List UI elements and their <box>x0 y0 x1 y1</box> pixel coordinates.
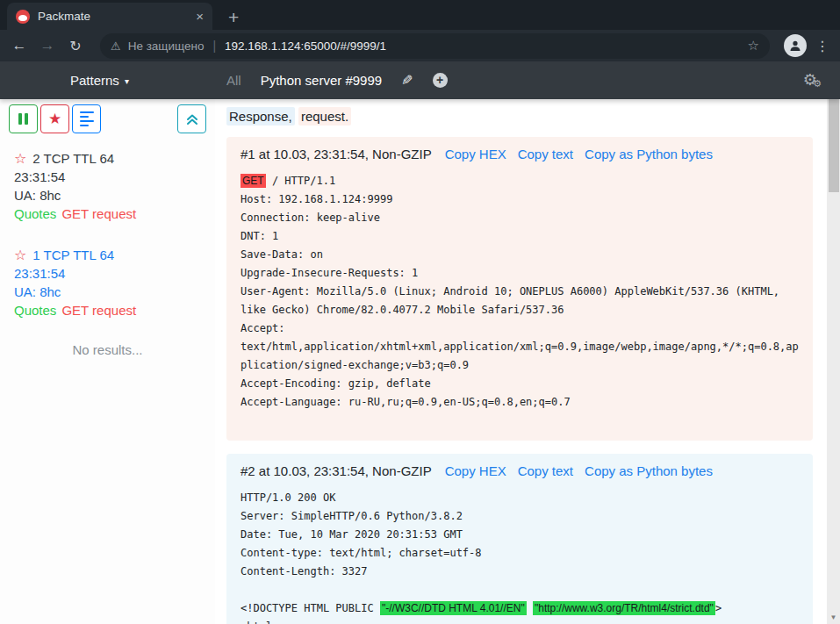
settings-gears-icon[interactable]: ⚙ ⚙ <box>803 70 817 90</box>
stream-list-button[interactable] <box>72 104 101 133</box>
browser-tab[interactable]: Packmate × <box>7 3 212 30</box>
packmate-favicon <box>16 10 30 24</box>
stream-tag: GET request <box>61 206 136 221</box>
copy-link-copy-text[interactable]: Copy text <box>518 463 573 478</box>
stream-sidebar: ★ ☆2 TCP TTL 6423:31:54UA: 8hcQuotesGET … <box>0 99 215 624</box>
packet-view: Response, request. #1 at 10.03, 23:31:54… <box>215 99 827 624</box>
stream-item[interactable]: ☆2 TCP TTL 6423:31:54UA: 8hcQuotesGET re… <box>14 149 215 223</box>
favorite-star-icon[interactable]: ☆ <box>14 151 26 166</box>
chevron-down-icon: ▾ <box>125 76 129 86</box>
stream-tag: GET request <box>61 303 136 318</box>
security-warning-icon[interactable]: ⚠ <box>111 39 121 53</box>
stream-tag: Quotes <box>14 303 56 318</box>
address-bar[interactable]: ⚠ Не защищено | 192.168.1.124:65000/#/99… <box>100 33 770 59</box>
pattern-match-red: GET <box>241 174 266 188</box>
add-pattern-icon[interactable]: + <box>433 73 448 88</box>
stream-tag: Quotes <box>14 206 56 221</box>
no-results-text: No results... <box>0 342 215 357</box>
stream-item[interactable]: ☆1 TCP TTL 6423:31:54UA: 8hcQuotesGET re… <box>14 246 215 319</box>
star-icon: ★ <box>48 110 61 128</box>
new-tab-button[interactable]: + <box>228 8 239 26</box>
scroll-to-top-button[interactable] <box>177 104 206 133</box>
copy-link-copy-as-python-bytes[interactable]: Copy as Python bytes <box>585 147 713 161</box>
stream-title: 2 TCP TTL 64 <box>32 151 114 166</box>
copy-link-copy-text[interactable]: Copy text <box>518 147 573 161</box>
tab-python-server[interactable]: Python server #9999 <box>261 73 382 88</box>
favorite-star-icon[interactable]: ☆ <box>14 247 26 262</box>
copy-link-copy-as-python-bytes[interactable]: Copy as Python bytes <box>585 463 713 478</box>
browser-menu-icon[interactable]: ⋮ <box>815 38 829 54</box>
tab-close-icon[interactable]: × <box>196 10 204 23</box>
back-icon[interactable]: ← <box>5 37 33 54</box>
patterns-dropdown[interactable]: Patterns ▾ <box>70 61 129 99</box>
stream-useragent: UA: 8hc <box>14 186 215 204</box>
pattern-match-green: "-//W3C//DTD HTML 4.01//EN" <box>380 601 527 615</box>
packet-body: HTTP/1.0 200 OKServer: SimpleHTTP/0.6 Py… <box>241 489 799 624</box>
double-chevron-up-icon <box>185 112 199 126</box>
copy-link-copy-hex[interactable]: Copy HEX <box>445 147 506 161</box>
tab-all[interactable]: All <box>226 73 241 88</box>
pattern-chip-request: request. <box>298 107 351 126</box>
packet-card-response: #2 at 10.03, 23:31:54, Non-GZIPCopy HEXC… <box>226 454 813 624</box>
favorites-filter-button[interactable]: ★ <box>40 104 69 133</box>
pause-capture-button[interactable] <box>9 104 38 133</box>
list-lines-icon <box>80 109 94 129</box>
profile-avatar[interactable] <box>784 34 807 57</box>
tab-title: Packmate <box>38 10 188 23</box>
stream-tags: QuotesGET request <box>14 301 215 319</box>
page-scrollbar[interactable]: ▲ ▼ <box>827 61 840 624</box>
pattern-match-green: "http://www.w3.org/TR/html4/strict.dtd" <box>533 601 715 615</box>
forward-icon: → <box>33 37 61 54</box>
pattern-filter-line: Response, request. <box>226 109 827 124</box>
packet-header: #2 at 10.03, 23:31:54, Non-GZIP <box>241 463 432 478</box>
app-header: Patterns ▾ All Python server #9999 ✎ + ⚙… <box>0 61 840 99</box>
edit-pattern-icon[interactable]: ✎ <box>401 72 413 89</box>
stream-title: 1 TCP TTL 64 <box>32 247 114 262</box>
browser-toolbar: ← → ↻ ⚠ Не защищено | 192.168.1.124:6500… <box>0 30 840 61</box>
packet-body: GET / HTTP/1.1Host: 192.168.1.124:9999Co… <box>241 172 799 430</box>
omnibox-separator: | <box>212 39 216 53</box>
stream-list: ☆2 TCP TTL 6423:31:54UA: 8hcQuotesGET re… <box>0 133 215 319</box>
stream-time: 23:31:54 <box>14 264 215 283</box>
stream-time: 23:31:54 <box>14 168 215 186</box>
pause-icon <box>18 113 28 125</box>
person-icon <box>789 39 801 52</box>
security-warning-text[interactable]: Не защищено <box>128 39 205 53</box>
packet-header: #1 at 10.03, 23:31:54, Non-GZIP <box>241 147 432 161</box>
scroll-down-arrow-icon[interactable]: ▼ <box>827 611 840 624</box>
stream-tags: QuotesGET request <box>14 204 215 223</box>
pattern-chip-response: Response, <box>226 107 295 126</box>
url-text[interactable]: 192.168.1.124:65000/#/9999/1 <box>225 39 740 53</box>
reload-icon[interactable]: ↻ <box>61 38 90 54</box>
stream-useragent: UA: 8hc <box>14 283 215 301</box>
copy-link-copy-hex[interactable]: Copy HEX <box>445 463 506 478</box>
packet-card-request: #1 at 10.03, 23:31:54, Non-GZIPCopy HEXC… <box>226 137 813 441</box>
patterns-label: Patterns <box>70 73 119 88</box>
bookmark-star-icon[interactable]: ☆ <box>748 38 759 54</box>
browser-tab-strip: Packmate × + <box>0 0 840 30</box>
